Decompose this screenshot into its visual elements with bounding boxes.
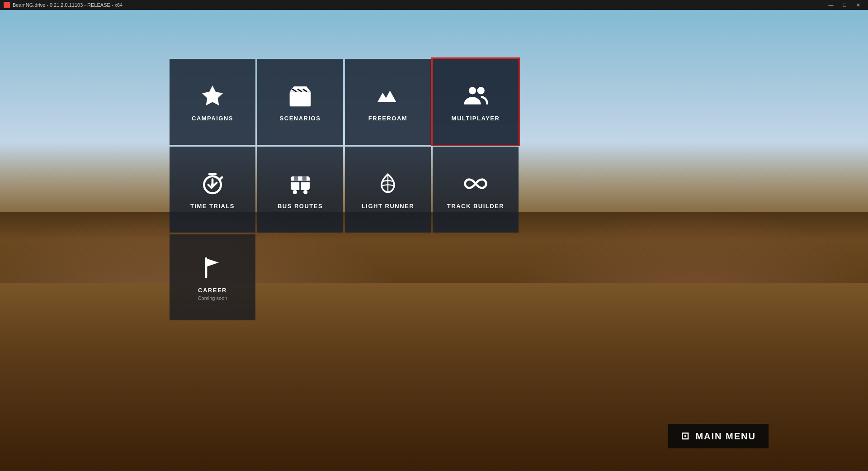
career-sublabel: Coming soon xyxy=(198,295,227,301)
freeroam-label: FREEROAM xyxy=(368,115,407,122)
main-menu-button[interactable]: ⊡ MAIN MENU xyxy=(668,424,769,448)
svg-point-8 xyxy=(477,87,485,94)
maximize-button[interactable]: □ xyxy=(838,0,851,10)
minimize-button[interactable]: — xyxy=(825,0,837,10)
svg-rect-16 xyxy=(294,176,298,180)
career-label: Career xyxy=(198,287,227,294)
window-controls: — □ ✕ xyxy=(825,0,864,10)
svg-point-7 xyxy=(469,87,476,94)
scenarios-label: SCENARIOS xyxy=(280,115,321,122)
app-icon xyxy=(4,2,10,8)
menu-item-trackbuilder[interactable]: TRACK BUILDER xyxy=(433,147,519,233)
menu-item-career[interactable]: Career Coming soon xyxy=(170,234,255,320)
titlebar-title: BeamNG.drive - 0.21.2.0.11103 - RELEASE … xyxy=(4,2,123,8)
titlebar: BeamNG.drive - 0.21.2.0.11103 - RELEASE … xyxy=(0,0,868,10)
mountain-icon xyxy=(374,82,401,109)
menu-item-lightrunner[interactable]: LIGHT RUNNER xyxy=(345,147,431,233)
infinity-icon xyxy=(462,170,489,197)
menu-item-multiplayer[interactable]: MULTIPLAYER xyxy=(433,59,519,145)
busroutes-label: BUS ROUTES xyxy=(278,203,323,209)
timetrials-label: TIME TRIALS xyxy=(190,203,235,209)
main-menu-icon: ⊡ xyxy=(681,430,690,442)
flag-icon xyxy=(199,254,226,281)
svg-point-14 xyxy=(293,190,297,194)
menu-item-freeroam[interactable]: FREEROAM xyxy=(345,59,431,145)
menu-item-scenarios[interactable]: SCENARIOS xyxy=(257,59,343,145)
people-icon xyxy=(462,82,489,109)
svg-point-15 xyxy=(303,190,307,194)
menu-grid: CAMPAIGNS SCENARIOS FREEROAM xyxy=(170,59,519,320)
clapperboard-icon xyxy=(287,82,314,109)
menu-item-busroutes[interactable]: BUS ROUTES xyxy=(257,147,343,233)
bus-icon xyxy=(287,170,314,197)
menu-item-timetrials[interactable]: TIME TRIALS xyxy=(170,147,255,233)
lightrunner-icon xyxy=(374,170,401,197)
multiplayer-label: MULTIPLAYER xyxy=(452,115,500,122)
svg-rect-0 xyxy=(290,91,311,106)
svg-rect-17 xyxy=(302,176,307,180)
trackbuilder-label: TRACK BUILDER xyxy=(447,203,504,209)
lightrunner-label: LIGHT RUNNER xyxy=(362,203,414,209)
star-icon xyxy=(199,82,226,109)
close-button[interactable]: ✕ xyxy=(852,0,864,10)
menu-item-campaigns[interactable]: CAMPAIGNS xyxy=(170,59,255,145)
main-menu-label: MAIN MENU xyxy=(695,431,756,442)
timer-icon xyxy=(199,170,226,197)
campaigns-label: CAMPAIGNS xyxy=(192,115,233,122)
window-title: BeamNG.drive - 0.21.2.0.11103 - RELEASE … xyxy=(13,2,123,8)
